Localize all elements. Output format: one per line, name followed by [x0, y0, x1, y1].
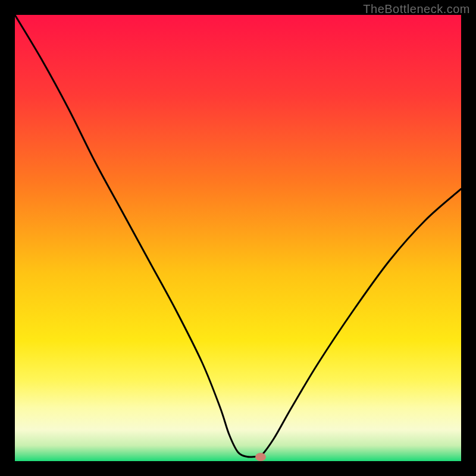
bottleneck-curve [15, 15, 461, 461]
plot-area [15, 15, 461, 461]
chart-container: TheBottleneck.com [0, 0, 476, 476]
watermark-text: TheBottleneck.com [363, 2, 470, 16]
optimal-marker [255, 453, 266, 461]
